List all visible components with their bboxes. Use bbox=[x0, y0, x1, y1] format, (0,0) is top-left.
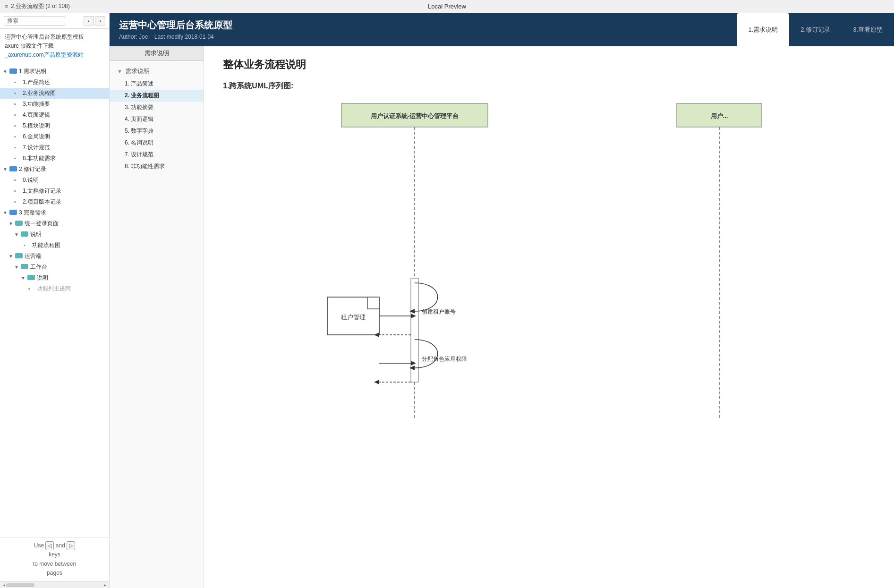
nav-next-button[interactable]: › bbox=[95, 16, 105, 26]
preview-title: Local Preview bbox=[428, 3, 466, 10]
author-label: Author: Joe bbox=[119, 34, 148, 40]
svg-text:用户...: 用户... bbox=[710, 112, 728, 119]
doc-icon: ▪ bbox=[14, 155, 21, 161]
sidebar-item-design-spec[interactable]: ▪ 7.设计规范 bbox=[0, 142, 109, 153]
hint-pages: pages bbox=[47, 570, 62, 576]
author-info: Author: Joe Last modify:2018-01-04 bbox=[119, 34, 232, 40]
tab-needs[interactable]: 1.需求说明 bbox=[737, 13, 789, 46]
tree-label: 7.设计规范 bbox=[23, 144, 50, 152]
outline-item-6[interactable]: 6. 名词说明 bbox=[110, 137, 204, 149]
search-input[interactable] bbox=[4, 16, 65, 26]
outline-item-3[interactable]: 3. 功能摘要 bbox=[110, 102, 204, 113]
nav-prev-button[interactable]: ‹ bbox=[84, 16, 94, 26]
sidebar-search-row: ‹ › bbox=[0, 13, 109, 29]
svg-marker-24 bbox=[409, 366, 415, 370]
outline-list: ▼ 需求说明 1. 产品简述 2. 业务流程图 3. 功能摘要 4. 页面逻辑 … bbox=[110, 61, 204, 176]
svg-marker-14 bbox=[411, 314, 416, 318]
promo-line2: axure rp源文件下载 bbox=[5, 42, 104, 51]
content-area: 运营中心管理后台系统原型 Author: Joe Last modify:201… bbox=[110, 13, 894, 588]
main-content: 整体业务流程说明 1.跨系统UML序列图: 用户认证系统-运营中心管理平台 用户… bbox=[204, 46, 894, 588]
tree-label: 5.模块说明 bbox=[23, 122, 50, 130]
key-right-badge: ▷ bbox=[67, 541, 75, 551]
promo-line3: _axurehub.com产品原型资源站 bbox=[5, 51, 104, 60]
outline-item-5[interactable]: 5. 数字字典 bbox=[110, 125, 204, 137]
sidebar-item-page-logic[interactable]: ▪ 4.页面逻辑 bbox=[0, 110, 109, 120]
sidebar-item-business-flow[interactable]: ▪ 2.业务流程图 bbox=[0, 88, 109, 99]
folder-blue-icon bbox=[9, 68, 17, 74]
doc-icon: ▪ bbox=[14, 90, 21, 96]
tree-label: 说明 bbox=[37, 274, 48, 282]
arrow-icon: ▼ bbox=[21, 275, 27, 281]
sidebar-item-1-needs[interactable]: ▼ 1.需求说明 bbox=[0, 66, 109, 77]
sidebar-item-login-desc[interactable]: ▼ 说明 bbox=[0, 229, 109, 240]
tree-label: 3 完整需求 bbox=[19, 209, 46, 217]
outline-parent-label: 需求说明 bbox=[125, 67, 150, 76]
sidebar-item-workbench[interactable]: ▼ 工作台 bbox=[0, 262, 109, 273]
sidebar-item-2-revision[interactable]: ▼ 2.修订记录 bbox=[0, 164, 109, 175]
doc-icon: ▪ bbox=[14, 79, 21, 85]
sidebar-hscroll[interactable]: ◂ ▸ bbox=[0, 581, 109, 588]
sidebar-promo: 运营中心管理后台系统原型模板 axure rp源文件下载 _axurehub.c… bbox=[0, 29, 109, 64]
hscroll-right-arrow[interactable]: ▸ bbox=[103, 582, 107, 588]
hint-move: to move between bbox=[33, 561, 76, 567]
outline-item-4[interactable]: 4. 页面逻辑 bbox=[110, 113, 204, 125]
svg-rect-6 bbox=[327, 297, 379, 335]
outline-item-7[interactable]: 7. 设计规范 bbox=[110, 149, 204, 161]
tree-label: 4.页面逻辑 bbox=[23, 111, 50, 119]
arrow-icon: ▼ bbox=[9, 221, 15, 226]
sidebar-bottom-hint: Use ◁ and ▷ keys to move between pages bbox=[0, 537, 109, 581]
sidebar-item-func-list[interactable]: ▪ 功能列主进阿 bbox=[0, 283, 109, 294]
doc-icon: ▪ bbox=[28, 286, 35, 291]
sidebar-item-revision-0[interactable]: ▪ 0.说明 bbox=[0, 175, 109, 186]
sidebar-item-3-full[interactable]: ▼ 3 完整需求 bbox=[0, 207, 109, 218]
sidebar-item-module-desc[interactable]: ▪ 5.模块说明 bbox=[0, 120, 109, 131]
sidebar-item-func-flow[interactable]: ▪ 功能流程图 bbox=[0, 240, 109, 251]
folder-blue-icon bbox=[9, 210, 17, 215]
tree-label: 0.说明 bbox=[23, 176, 39, 184]
sidebar-item-product-intro[interactable]: ▪ 1.产品简述 bbox=[0, 77, 109, 88]
sidebar-item-workbench-desc[interactable]: ▼ 说明 bbox=[0, 273, 109, 283]
last-modify-label: Last modify:2018-01-04 bbox=[154, 34, 214, 40]
hint-keys: keys bbox=[49, 551, 60, 558]
sidebar-item-revision-1[interactable]: ▪ 1.文档修订记录 bbox=[0, 186, 109, 196]
tree-label: 功能流程图 bbox=[32, 241, 60, 249]
tree-label: 8.非功能需求 bbox=[23, 154, 56, 162]
tree-label: 说明 bbox=[30, 230, 42, 239]
tree-label: 1.产品简述 bbox=[23, 78, 50, 86]
diagram-svg: 用户认证系统-运营中心管理平台 用户... bbox=[266, 99, 833, 429]
outline-panel: 需求说明 ▼ 需求说明 1. 产品简述 2. 业务流程图 3. 功能摘要 4. … bbox=[110, 46, 204, 588]
sidebar-item-ops[interactable]: ▼ 运营端 bbox=[0, 251, 109, 262]
arrow-icon: ▼ bbox=[3, 167, 9, 172]
tree-label: 1.需求说明 bbox=[19, 68, 46, 76]
svg-marker-19 bbox=[411, 361, 416, 366]
outline-parent[interactable]: ▼ 需求说明 bbox=[110, 65, 204, 78]
promo-line1: 运营中心管理后台系统原型模板 bbox=[5, 33, 104, 42]
tab-revision[interactable]: 2.修订记录 bbox=[789, 13, 842, 46]
content-tabs: 1.需求说明 2.修订记录 3.查看原型 bbox=[737, 13, 894, 46]
hscroll-left-arrow[interactable]: ◂ bbox=[2, 582, 6, 588]
tree-label: 3.功能摘要 bbox=[23, 100, 50, 108]
key-left-badge: ◁ bbox=[45, 541, 54, 551]
sidebar-item-nonfunc[interactable]: ▪ 8.非功能需求 bbox=[0, 153, 109, 164]
content-header: 运营中心管理后台系统原型 Author: Joe Last modify:201… bbox=[110, 13, 894, 46]
doc-icon: ▪ bbox=[14, 199, 21, 205]
tab-view-proto[interactable]: 3.查看原型 bbox=[842, 13, 894, 46]
tree-label: 2.项目版本记录 bbox=[23, 198, 61, 206]
hint-and: and bbox=[56, 542, 67, 549]
outline-item-8[interactable]: 8. 非功能性需求 bbox=[110, 161, 204, 172]
tree-label: 统一登录页面 bbox=[25, 220, 59, 228]
outline-item-1[interactable]: 1. 产品简述 bbox=[110, 78, 204, 90]
tree-label: 6.全局说明 bbox=[23, 133, 50, 141]
svg-rect-10 bbox=[327, 297, 379, 335]
sidebar-item-func-summary[interactable]: ▪ 3.功能摘要 bbox=[0, 99, 109, 110]
folder-teal-icon bbox=[21, 264, 28, 270]
outline-item-2[interactable]: 2. 业务流程图 bbox=[110, 90, 204, 102]
app-title: 运营中心管理后台系统原型 bbox=[119, 19, 232, 32]
svg-rect-2 bbox=[677, 103, 762, 127]
folder-teal-icon bbox=[27, 275, 35, 281]
sidebar-item-revision-2[interactable]: ▪ 2.项目版本记录 bbox=[0, 196, 109, 207]
svg-marker-7 bbox=[367, 297, 379, 309]
sidebar-item-global-desc[interactable]: ▪ 6.全局说明 bbox=[0, 131, 109, 142]
sidebar-item-login[interactable]: ▼ 统一登录页面 bbox=[0, 218, 109, 229]
header-title-block: 运营中心管理后台系统原型 Author: Joe Last modify:201… bbox=[110, 13, 242, 46]
